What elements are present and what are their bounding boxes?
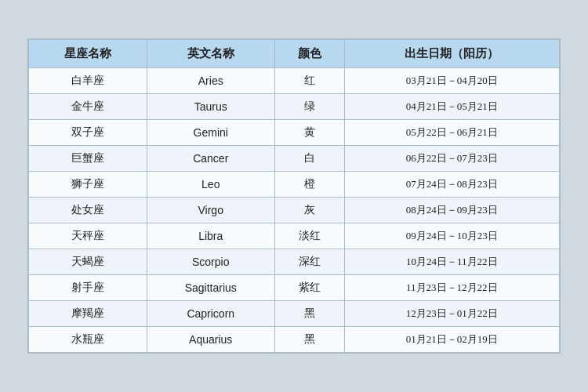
zodiac-table: 星座名称 英文名称 颜色 出生日期（阳历） 白羊座Aries红03月21日－04… (28, 39, 560, 353)
cell-color: 白 (274, 146, 344, 172)
cell-chinese: 金牛座 (29, 94, 147, 120)
cell-english: Capricorn (147, 301, 274, 327)
cell-dates: 05月22日－06月21日 (344, 120, 559, 146)
cell-dates: 11月23日－12月22日 (344, 275, 559, 301)
col-header-color: 颜色 (274, 40, 344, 68)
cell-dates: 04月21日－05月21日 (344, 94, 559, 120)
col-header-dates: 出生日期（阳历） (344, 40, 559, 68)
zodiac-table-container: 星座名称 英文名称 颜色 出生日期（阳历） 白羊座Aries红03月21日－04… (27, 38, 561, 354)
table-body: 白羊座Aries红03月21日－04月20日金牛座Taurus绿04月21日－0… (29, 68, 560, 353)
cell-dates: 06月22日－07月23日 (344, 146, 559, 172)
cell-english: Sagittarius (147, 275, 274, 301)
table-row: 金牛座Taurus绿04月21日－05月21日 (29, 94, 560, 120)
cell-color: 黄 (274, 120, 344, 146)
col-header-english: 英文名称 (147, 40, 274, 68)
cell-dates: 09月24日－10月23日 (344, 223, 559, 249)
cell-color: 淡红 (274, 223, 344, 249)
cell-color: 绿 (274, 94, 344, 120)
cell-english: Aries (147, 68, 274, 94)
cell-color: 黑 (274, 327, 344, 353)
table-row: 天秤座Libra淡红09月24日－10月23日 (29, 223, 560, 249)
cell-chinese: 天秤座 (29, 223, 147, 249)
table-row: 处女座Virgo灰08月24日－09月23日 (29, 198, 560, 223)
cell-color: 橙 (274, 172, 344, 198)
cell-color: 紫红 (274, 275, 344, 301)
table-row: 天蝎座Scorpio深红10月24日－11月22日 (29, 249, 560, 275)
cell-dates: 01月21日－02月19日 (344, 327, 559, 353)
cell-color: 深红 (274, 249, 344, 275)
cell-chinese: 天蝎座 (29, 249, 147, 275)
cell-color: 红 (274, 68, 344, 94)
table-row: 白羊座Aries红03月21日－04月20日 (29, 68, 560, 94)
cell-english: Taurus (147, 94, 274, 120)
table-header-row: 星座名称 英文名称 颜色 出生日期（阳历） (29, 40, 560, 68)
table-row: 狮子座Leo橙07月24日－08月23日 (29, 172, 560, 198)
table-row: 双子座Gemini黄05月22日－06月21日 (29, 120, 560, 146)
col-header-chinese: 星座名称 (29, 40, 147, 68)
cell-dates: 08月24日－09月23日 (344, 198, 559, 223)
cell-dates: 12月23日－01月22日 (344, 301, 559, 327)
cell-chinese: 双子座 (29, 120, 147, 146)
cell-english: Libra (147, 223, 274, 249)
cell-chinese: 水瓶座 (29, 327, 147, 353)
cell-chinese: 白羊座 (29, 68, 147, 94)
cell-dates: 10月24日－11月22日 (344, 249, 559, 275)
cell-english: Leo (147, 172, 274, 198)
cell-chinese: 处女座 (29, 198, 147, 223)
cell-chinese: 射手座 (29, 275, 147, 301)
cell-english: Gemini (147, 120, 274, 146)
cell-dates: 03月21日－04月20日 (344, 68, 559, 94)
table-row: 射手座Sagittarius紫红11月23日－12月22日 (29, 275, 560, 301)
cell-dates: 07月24日－08月23日 (344, 172, 559, 198)
cell-english: Cancer (147, 146, 274, 172)
cell-chinese: 狮子座 (29, 172, 147, 198)
table-row: 摩羯座Capricorn黑12月23日－01月22日 (29, 301, 560, 327)
cell-english: Virgo (147, 198, 274, 223)
cell-chinese: 巨蟹座 (29, 146, 147, 172)
cell-color: 黑 (274, 301, 344, 327)
cell-english: Scorpio (147, 249, 274, 275)
table-row: 水瓶座Aquarius黑01月21日－02月19日 (29, 327, 560, 353)
cell-color: 灰 (274, 198, 344, 223)
table-row: 巨蟹座Cancer白06月22日－07月23日 (29, 146, 560, 172)
cell-english: Aquarius (147, 327, 274, 353)
cell-chinese: 摩羯座 (29, 301, 147, 327)
